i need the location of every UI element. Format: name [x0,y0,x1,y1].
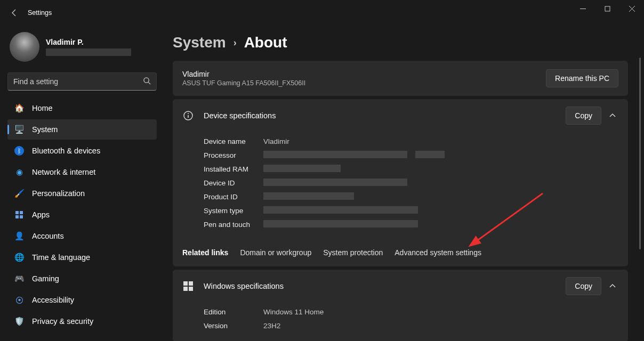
spec-val-redacted [263,206,418,215]
svg-point-4 [144,77,149,82]
spec-val: Windows 11 Home [263,308,324,316]
related-title: Related links [182,248,228,257]
spec-val-redacted [263,178,407,188]
link-advanced-system-settings[interactable]: Advanced system settings [395,248,481,257]
windows-icon [182,280,194,292]
globe-clock-icon: 🌐 [14,252,25,263]
profile-email-redacted [46,48,131,56]
svg-rect-14 [189,281,193,286]
pc-card: Vladimir ASUS TUF Gaming A15 FA506II_FX5… [173,61,628,96]
svg-line-5 [148,82,150,84]
spec-key: Pen and touch [204,221,263,229]
windows-specs-card: Windows specifications Copy EditionWindo… [173,270,628,341]
scrollbar[interactable] [639,58,641,249]
svg-rect-8 [15,215,19,218]
spec-key: Product ID [204,193,263,201]
spec-val-redacted [263,220,418,229]
svg-rect-15 [183,287,188,291]
spec-key: System type [204,207,263,215]
spec-key: Version [204,322,263,330]
search-icon [143,77,151,87]
device-specs-card: Device specifications Copy Device nameVl… [173,99,628,266]
svg-rect-1 [605,6,610,11]
svg-rect-7 [20,211,23,214]
nav-system[interactable]: 🖥️System [7,119,157,140]
shield-icon: 🛡️ [14,316,25,327]
link-domain-workgroup[interactable]: Domain or workgroup [240,248,311,257]
spec-val-redacted [263,165,341,174]
nav-privacy[interactable]: 🛡️Privacy & security [7,311,157,331]
windows-specs-title: Windows specifications [204,282,566,290]
profile-block[interactable]: Vladimir P. [7,30,157,69]
svg-rect-6 [15,211,19,214]
collapse-device-specs[interactable] [607,112,618,119]
spec-val: 23H2 [263,322,280,330]
svg-point-12 [188,113,189,114]
related-links: Related links Domain or workgroup System… [173,241,628,266]
nav-network[interactable]: ◉Network & internet [7,162,157,182]
info-icon [182,110,194,121]
rename-pc-button[interactable]: Rename this PC [546,69,618,87]
pc-model: ASUS TUF Gaming A15 FA506II_FX506II [182,79,305,87]
spec-key: Installed RAM [204,165,263,173]
spec-val: Vladimir [263,137,289,145]
chevron-right-icon: › [234,37,237,48]
avatar [10,32,39,62]
wifi-icon: ◉ [14,167,25,177]
device-specs-title: Device specifications [204,111,566,120]
search-input[interactable]: Find a setting [7,72,157,91]
nav-bluetooth[interactable]: ᛒBluetooth & devices [7,141,157,161]
user-icon: 👤 [14,231,25,241]
spec-key: Device ID [204,179,263,187]
spec-key: Edition [204,308,263,316]
nav-personalization[interactable]: 🖌️Personalization [7,183,157,204]
spec-key: Processor [204,151,263,159]
spec-key: Device name [204,137,263,145]
apps-icon [14,209,25,220]
maximize-button[interactable] [595,0,619,17]
profile-name: Vladimir P. [46,38,131,46]
nav-gaming[interactable]: 🎮Gaming [7,269,157,289]
nav-accounts[interactable]: 👤Accounts [7,226,157,246]
gamepad-icon: 🎮 [14,273,25,284]
nav-home[interactable]: 🏠Home [7,98,157,118]
nav-time-language[interactable]: 🌐Time & language [7,247,157,267]
pc-name: Vladimir [182,70,305,78]
close-button[interactable] [619,0,644,17]
breadcrumb-parent[interactable]: System [173,34,226,51]
accessibility-icon: ⦿ [14,295,25,305]
minimize-button[interactable] [570,0,595,17]
breadcrumb-current: About [244,34,287,51]
breadcrumb: System › About [173,34,642,51]
copy-device-specs-button[interactable]: Copy [566,107,601,125]
nav-apps[interactable]: Apps [7,205,157,225]
svg-rect-13 [183,281,188,286]
back-button[interactable] [6,5,22,21]
svg-rect-16 [189,287,193,291]
spec-val-redacted [263,192,354,201]
system-icon: 🖥️ [14,124,25,135]
window-title: Settings [28,9,52,17]
nav-accessibility[interactable]: ⦿Accessibility [7,290,157,310]
copy-windows-specs-button[interactable]: Copy [566,277,601,295]
link-system-protection[interactable]: System protection [323,248,383,257]
spec-val-redacted [263,151,445,160]
svg-rect-9 [20,215,23,218]
search-placeholder: Find a setting [13,77,143,86]
bluetooth-icon: ᛒ [14,145,25,156]
brush-icon: 🖌️ [14,188,25,199]
collapse-windows-specs[interactable] [607,282,618,290]
home-icon: 🏠 [14,103,25,113]
